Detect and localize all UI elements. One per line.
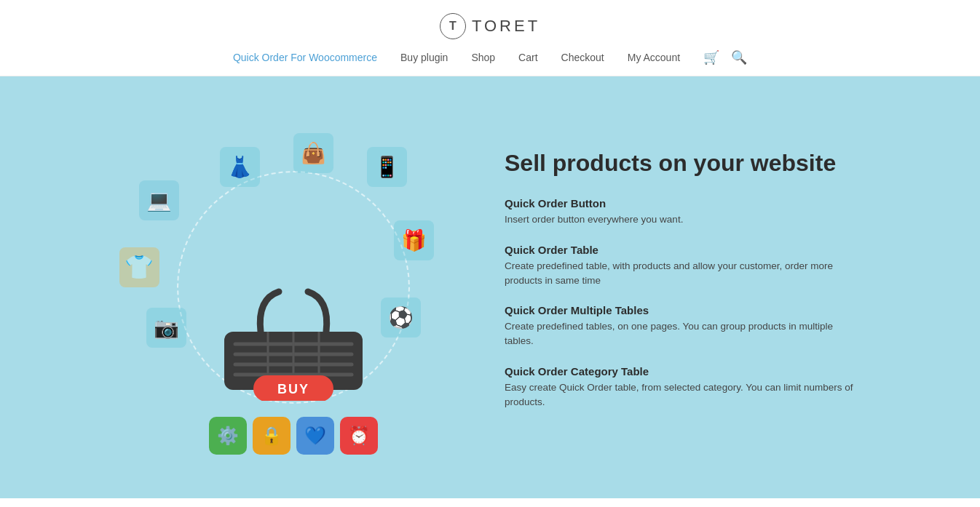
main-nav: Quick Order For Woocommerce Buy plugin S… [233, 49, 747, 65]
nav-shop[interactable]: Shop [471, 52, 495, 63]
bottom-icon-bar: ⚙️ 🔒 💙 ⏰ [209, 417, 378, 455]
feature-4-title: Quick Order Category Table [505, 365, 854, 378]
logo-letter: T [449, 20, 457, 33]
float-gift: 🎁 [394, 220, 434, 260]
logo-text: TORET [472, 17, 540, 36]
site-header: T TORET Quick Order For Woocommerce Buy … [0, 0, 980, 76]
basket-container: BUY [217, 284, 370, 404]
nav-buy-plugin[interactable]: Buy plugin [400, 52, 448, 63]
search-icon[interactable]: 🔍 [731, 49, 747, 65]
feature-1-title: Quick Order Button [505, 197, 854, 209]
hero-illustration: 💻 👕 👗 👜 📱 🎁 ⚽ 👔 📷 [126, 120, 461, 455]
bottom-icon-lock: 🔒 [253, 417, 291, 455]
feature-2-desc: Create predefined table, with products a… [505, 259, 854, 289]
feature-4-desc: Easy create Quick Order table, from sele… [505, 380, 854, 410]
feature-3: Quick Order Multiple Tables Create prede… [505, 304, 854, 349]
bottom-icon-settings: ⚙️ [209, 417, 247, 455]
nav-checkout[interactable]: Checkout [561, 52, 604, 63]
svg-text:BUY: BUY [277, 382, 309, 396]
nav-icon-group: 🛒 🔍 [703, 49, 747, 65]
feature-2: Quick Order Table Create predefined tabl… [505, 244, 854, 289]
feature-3-desc: Create predefined tables, on one pages. … [505, 319, 854, 349]
float-tshirt: 👕 [119, 247, 159, 287]
hero-title: Sell products on your website [505, 149, 854, 177]
logo-area: T TORET [440, 13, 540, 39]
feature-4: Quick Order Category Table Easy create Q… [505, 365, 854, 410]
cart-icon[interactable]: 🛒 [703, 49, 719, 65]
float-handbag: 👜 [293, 133, 333, 173]
bottom-icon-alarm: ⏰ [340, 417, 378, 455]
nav-quick-order[interactable]: Quick Order For Woocommerce [233, 52, 377, 63]
feature-1: Quick Order Button Insert order button e… [505, 197, 854, 227]
float-dress: 👗 [220, 147, 260, 187]
feature-2-title: Quick Order Table [505, 244, 854, 256]
float-camera: 📷 [146, 308, 186, 348]
float-laptop: 💻 [139, 180, 179, 220]
nav-cart[interactable]: Cart [518, 52, 537, 63]
logo-circle: T [440, 13, 466, 39]
feature-3-title: Quick Order Multiple Tables [505, 304, 854, 316]
float-phone: 📱 [367, 147, 407, 187]
hero-section: 💻 👕 👗 👜 📱 🎁 ⚽ 👔 📷 [0, 76, 980, 498]
bottom-icon-heart: 💙 [296, 417, 334, 455]
feature-1-desc: Insert order button everywhere you want. [505, 212, 854, 227]
float-soccer: ⚽ [381, 298, 421, 338]
basket-svg: BUY [217, 284, 370, 401]
nav-my-account[interactable]: My Account [628, 52, 680, 63]
hero-content: Sell products on your website Quick Orde… [505, 149, 854, 426]
